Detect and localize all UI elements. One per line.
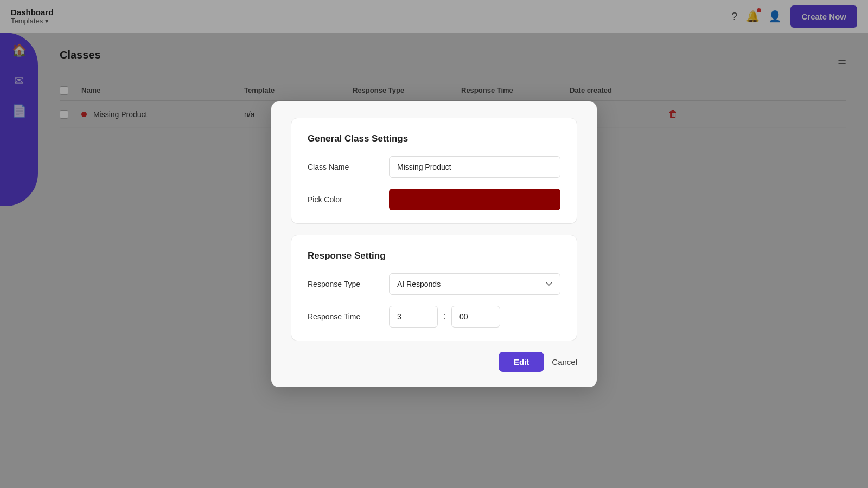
response-time-hours-input[interactable] [389, 306, 438, 328]
response-time-group: : [389, 306, 560, 328]
time-separator: : [443, 311, 446, 322]
general-settings-title: General Class Settings [308, 133, 560, 144]
response-time-minutes-input[interactable] [451, 306, 500, 328]
class-name-input[interactable] [389, 156, 560, 178]
response-setting-title: Response Setting [308, 251, 560, 261]
cancel-button[interactable]: Cancel [552, 357, 577, 367]
color-picker[interactable] [389, 189, 560, 210]
settings-modal: General Class Settings Class Name Pick C… [271, 101, 597, 387]
response-time-row: Response Time : [308, 306, 560, 328]
modal-overlay: General Class Settings Class Name Pick C… [0, 0, 868, 488]
class-name-label: Class Name [308, 163, 389, 171]
response-type-label: Response Type [308, 280, 389, 288]
response-time-label: Response Time [308, 312, 389, 321]
modal-footer: Edit Cancel [291, 352, 577, 372]
pick-color-label: Pick Color [308, 195, 389, 204]
pick-color-row: Pick Color [308, 189, 560, 210]
class-name-row: Class Name [308, 156, 560, 178]
response-setting-card: Response Setting Response Type AI Respon… [291, 235, 577, 341]
response-type-row: Response Type AI Responds Manual Auto [308, 273, 560, 295]
general-settings-card: General Class Settings Class Name Pick C… [291, 118, 577, 224]
edit-button[interactable]: Edit [499, 352, 544, 372]
response-type-select[interactable]: AI Responds Manual Auto [389, 273, 560, 295]
